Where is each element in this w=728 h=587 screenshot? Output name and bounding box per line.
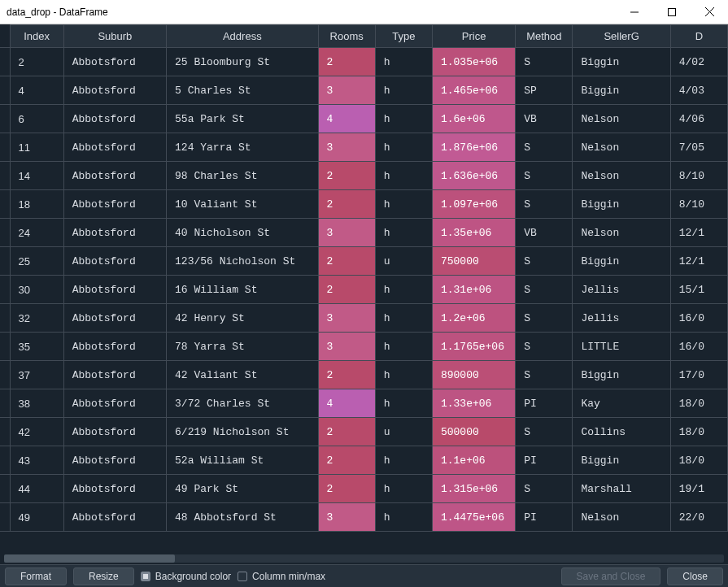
cell-suburb[interactable]: Abbotsford (63, 389, 166, 418)
maximize-button[interactable] (653, 0, 691, 24)
cell-rooms[interactable]: 2 (318, 361, 375, 389)
cell-date[interactable]: 18/0 (670, 446, 727, 475)
cell-price[interactable]: 1.876e+06 (432, 133, 515, 162)
table-row[interactable]: 42Abbotsford6/219 Nicholson St2u500000SC… (0, 418, 728, 446)
cell-suburb[interactable]: Abbotsford (63, 247, 166, 276)
table-row[interactable]: 35Abbotsford78 Yarra St3h1.1765e+06SLITT… (0, 333, 728, 361)
cell-type[interactable]: h (375, 133, 432, 162)
cell-address[interactable]: 49 Park St (167, 475, 319, 503)
cell-price[interactable]: 1.4475e+06 (432, 503, 515, 532)
cell-index[interactable]: 38 (10, 389, 63, 418)
cell-price[interactable]: 1.35e+06 (432, 219, 515, 247)
cell-method[interactable]: S (516, 304, 573, 333)
cell-rooms[interactable]: 2 (318, 418, 375, 446)
column-header-type[interactable]: Type (375, 25, 432, 48)
table-row[interactable]: 11Abbotsford124 Yarra St3h1.876e+06SNels… (0, 133, 728, 162)
cell-rooms[interactable]: 3 (318, 333, 375, 361)
cell-sellerg[interactable]: Collins (573, 418, 670, 446)
cell-price[interactable]: 1.2e+06 (432, 304, 515, 333)
cell-price[interactable]: 1.1e+06 (432, 446, 515, 475)
cell-suburb[interactable]: Abbotsford (63, 475, 166, 503)
cell-sellerg[interactable]: Biggin (573, 361, 670, 389)
cell-index[interactable]: 43 (10, 446, 63, 475)
cell-rooms[interactable]: 2 (318, 475, 375, 503)
cell-date[interactable]: 18/0 (670, 389, 727, 418)
cell-price[interactable]: 1.6e+06 (432, 105, 515, 133)
cell-date[interactable]: 4/03 (670, 76, 727, 105)
cell-method[interactable]: S (516, 361, 573, 389)
cell-address[interactable]: 55a Park St (167, 105, 319, 133)
cell-type[interactable]: u (375, 247, 432, 276)
table-row[interactable]: 30Abbotsford16 William St2h1.31e+06SJell… (0, 276, 728, 304)
cell-type[interactable]: h (375, 475, 432, 503)
cell-price[interactable]: 1.31e+06 (432, 276, 515, 304)
cell-suburb[interactable]: Abbotsford (63, 162, 166, 190)
cell-sellerg[interactable]: Biggin (573, 446, 670, 475)
cell-index[interactable]: 6 (10, 105, 63, 133)
cell-type[interactable]: u (375, 418, 432, 446)
column-minmax-checkbox[interactable]: Column min/max (238, 571, 325, 582)
cell-address[interactable]: 124 Yarra St (167, 133, 319, 162)
table-row[interactable]: 24Abbotsford40 Nicholson St3h1.35e+06VBN… (0, 219, 728, 247)
cell-sellerg[interactable]: Nelson (573, 162, 670, 190)
cell-type[interactable]: h (375, 76, 432, 105)
cell-index[interactable]: 4 (10, 76, 63, 105)
cell-type[interactable]: h (375, 48, 432, 76)
table-row[interactable]: 37Abbotsford42 Valiant St2h890000SBiggin… (0, 361, 728, 389)
table-row[interactable]: 32Abbotsford42 Henry St3h1.2e+06SJellis1… (0, 304, 728, 333)
close-footer-button[interactable]: Close (667, 567, 723, 585)
cell-type[interactable]: h (375, 105, 432, 133)
cell-rooms[interactable]: 2 (318, 48, 375, 76)
cell-index[interactable]: 44 (10, 475, 63, 503)
cell-address[interactable]: 16 William St (167, 276, 319, 304)
cell-date[interactable]: 12/1 (670, 247, 727, 276)
cell-date[interactable]: 16/0 (670, 304, 727, 333)
scrollbar-thumb[interactable] (4, 554, 175, 563)
cell-method[interactable]: S (516, 190, 573, 219)
cell-suburb[interactable]: Abbotsford (63, 446, 166, 475)
cell-index[interactable]: 24 (10, 219, 63, 247)
cell-price[interactable]: 1.465e+06 (432, 76, 515, 105)
cell-suburb[interactable]: Abbotsford (63, 418, 166, 446)
cell-method[interactable]: S (516, 333, 573, 361)
table-row[interactable]: 43Abbotsford52a William St2h1.1e+06PIBig… (0, 446, 728, 475)
cell-rooms[interactable]: 2 (318, 276, 375, 304)
table-row[interactable]: 25Abbotsford123/56 Nicholson St2u750000S… (0, 247, 728, 276)
cell-method[interactable]: PI (516, 446, 573, 475)
cell-rooms[interactable]: 2 (318, 247, 375, 276)
cell-method[interactable]: S (516, 247, 573, 276)
cell-method[interactable]: S (516, 475, 573, 503)
horizontal-scrollbar[interactable] (2, 553, 726, 564)
table-row[interactable]: 49Abbotsford48 Abbotsford St3h1.4475e+06… (0, 503, 728, 532)
cell-address[interactable]: 123/56 Nicholson St (167, 247, 319, 276)
cell-index[interactable]: 30 (10, 276, 63, 304)
cell-type[interactable]: h (375, 162, 432, 190)
cell-index[interactable]: 2 (10, 48, 63, 76)
cell-sellerg[interactable]: Nelson (573, 105, 670, 133)
cell-index[interactable]: 37 (10, 361, 63, 389)
cell-address[interactable]: 40 Nicholson St (167, 219, 319, 247)
column-header-method[interactable]: Method (516, 25, 573, 48)
cell-suburb[interactable]: Abbotsford (63, 276, 166, 304)
cell-index[interactable]: 25 (10, 247, 63, 276)
resize-button[interactable]: Resize (73, 567, 134, 585)
cell-price[interactable]: 1.315e+06 (432, 475, 515, 503)
cell-address[interactable]: 6/219 Nicholson St (167, 418, 319, 446)
cell-suburb[interactable]: Abbotsford (63, 76, 166, 105)
cell-method[interactable]: PI (516, 389, 573, 418)
cell-type[interactable]: h (375, 361, 432, 389)
cell-price[interactable]: 1.035e+06 (432, 48, 515, 76)
cell-sellerg[interactable]: Jellis (573, 304, 670, 333)
save-and-close-button[interactable]: Save and Close (561, 567, 661, 585)
cell-date[interactable]: 17/0 (670, 361, 727, 389)
cell-sellerg[interactable]: Nelson (573, 503, 670, 532)
column-header-address[interactable]: Address (167, 25, 319, 48)
cell-address[interactable]: 42 Henry St (167, 304, 319, 333)
cell-date[interactable]: 18/0 (670, 418, 727, 446)
cell-price[interactable]: 500000 (432, 418, 515, 446)
cell-method[interactable]: PI (516, 503, 573, 532)
cell-method[interactable]: S (516, 133, 573, 162)
column-header-index[interactable]: Index (10, 25, 63, 48)
cell-date[interactable]: 16/0 (670, 333, 727, 361)
cell-rooms[interactable]: 3 (318, 219, 375, 247)
